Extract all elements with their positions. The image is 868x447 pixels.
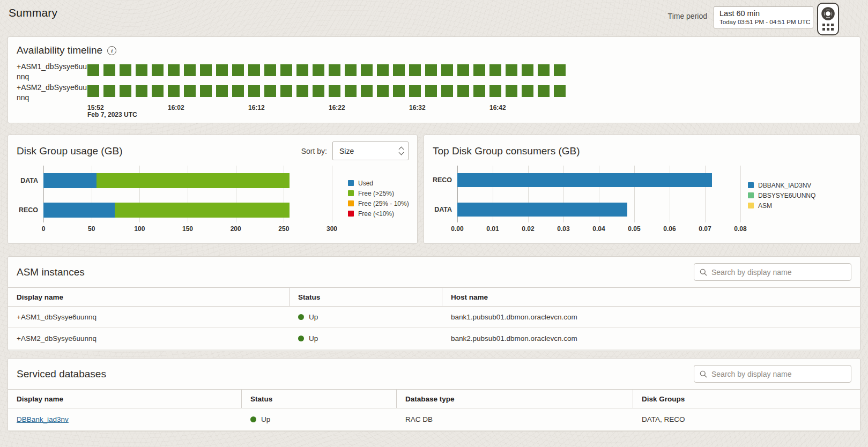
search-icon	[700, 370, 707, 378]
disk-usage-plot	[43, 166, 332, 222]
legend-label: DBBANK_IAD3NV	[758, 182, 811, 189]
axis-tick-label: 150	[182, 225, 193, 233]
app-launcher-dots-icon[interactable]	[822, 24, 834, 31]
availability-up-cell	[184, 64, 196, 76]
availability-timeline-panel: Availability timeline i +ASM1_dbSysye6uu…	[8, 36, 860, 123]
availability-up-cell	[200, 85, 212, 97]
disk-usage-x-axis: 050100150200250300	[43, 225, 332, 235]
gridline	[332, 166, 332, 222]
sort-by-value: Size	[339, 147, 399, 155]
info-icon[interactable]: i	[107, 46, 116, 55]
category-label: DATA	[20, 173, 38, 188]
timeline-row-label: +ASM1_dbSysye6uunnq	[17, 62, 87, 82]
legend-item: Free (>25%)	[348, 190, 409, 197]
gridline	[740, 166, 741, 222]
availability-up-cell	[136, 85, 147, 97]
free-25-swatch	[348, 190, 354, 196]
table-cell: +ASM2_dbSysye6uunnq	[8, 328, 290, 349]
column-header-host-name: Host name	[442, 288, 860, 307]
axis-tick-label: 0.03	[557, 225, 569, 233]
top-consumers-legend: DBBANK_IAD3NVDBSYSYE6UUNNQASM	[748, 182, 815, 235]
sort-by-select[interactable]: Size	[332, 141, 409, 160]
asm-instances-title: ASM instances	[17, 266, 85, 278]
availability-up-cell	[409, 64, 421, 76]
time-period-value: Last 60 min	[719, 9, 807, 18]
status-up-dot	[298, 314, 304, 320]
bar-data	[457, 203, 627, 217]
free-10-swatch	[348, 211, 354, 217]
table-cell: bank1.pubsub01.dbmon.oraclevcn.com	[442, 307, 860, 327]
category-label: RECO	[433, 173, 452, 187]
display-name-link[interactable]: DBBank_iad3nv	[17, 415, 69, 423]
column-header-database-type: Database type	[397, 390, 633, 408]
sort-by-label: Sort by:	[301, 147, 327, 155]
availability-up-cell	[200, 64, 212, 76]
legend-item: Free (25% - 10%)	[348, 200, 409, 207]
bar-segment-dbbank-iad3nv	[457, 203, 627, 217]
disk-usage-title: Disk Group usage (GB)	[17, 145, 122, 157]
charts-row: Disk Group usage (GB) Sort by: Size DATA…	[8, 135, 860, 244]
axis-tick-label: 200	[231, 225, 241, 233]
legend-label: DBSYSYE6UUNNQ	[758, 192, 815, 199]
availability-up-cell	[280, 64, 292, 76]
availability-up-cell	[329, 64, 340, 76]
axis-tick-label: 50	[88, 225, 95, 233]
availability-up-cell	[425, 85, 437, 97]
availability-up-cell	[280, 85, 292, 97]
asm-search-input[interactable]	[711, 268, 845, 277]
availability-up-cell	[361, 85, 373, 97]
time-period-detail: Today 03:51 PM - 04:51 PM UTC	[719, 18, 807, 26]
availability-up-cell	[506, 85, 517, 97]
availability-up-cell	[345, 85, 357, 97]
table-cell: Up	[290, 307, 442, 327]
availability-up-cell	[506, 64, 517, 76]
availability-up-cell	[554, 64, 566, 76]
search-icon	[700, 269, 707, 276]
availability-up-cell	[103, 85, 115, 97]
availability-up-cell	[313, 85, 324, 97]
availability-up-cell	[441, 85, 453, 97]
life-ring-icon	[821, 6, 835, 21]
availability-up-cell	[473, 85, 485, 97]
table-header: Display nameStatusHost name	[8, 288, 860, 307]
grid-dots-icon	[822, 24, 834, 31]
legend-label: Free (>25%)	[358, 190, 394, 197]
status-up-dot	[298, 336, 304, 341]
availability-up-cell	[232, 64, 244, 76]
table-cell: +ASM1_dbSysye6uunnq	[8, 307, 290, 327]
axis-tick-label: 0.08	[734, 225, 746, 233]
top-consumers-title: Top Disk Group consumers (GB)	[433, 145, 580, 157]
axis-tick-label: 0.05	[628, 225, 640, 233]
dbsysye6uunnq-swatch	[748, 192, 754, 198]
availability-up-cell	[313, 64, 324, 76]
axis-tick: 15:52Feb 7, 2023 UTC	[87, 105, 137, 118]
axis-tick-label: 16:12	[248, 105, 265, 111]
availability-up-cell	[264, 85, 276, 97]
category-label: RECO	[19, 203, 38, 218]
availability-title: Availability timeline	[17, 44, 102, 56]
availability-up-cell	[425, 64, 437, 76]
column-header-status: Status	[242, 390, 397, 408]
page-header: Summary Time period Last 60 min Today 03…	[0, 0, 868, 29]
availability-up-cell	[168, 64, 180, 76]
legend-label: Free (<10%)	[358, 210, 394, 218]
bar-data	[43, 173, 290, 188]
asm-swatch	[748, 203, 754, 208]
availability-up-cell	[296, 85, 308, 97]
sdb-search-input[interactable]	[711, 370, 845, 378]
availability-up-cell	[232, 85, 244, 97]
bar-reco	[43, 203, 290, 218]
serviced-databases-table: Display nameStatusDatabase typeDisk Grou…	[8, 389, 860, 431]
status-text: Up	[309, 313, 318, 321]
availability-up-cell	[473, 64, 485, 76]
availability-up-cell	[216, 64, 228, 76]
table-row: +ASM1_dbSysye6uunnqUpbank1.pubsub01.dbmo…	[8, 307, 860, 328]
axis-tick-label: 0.04	[592, 225, 605, 233]
table-cell: Up	[290, 328, 442, 349]
help-life-ring-icon[interactable]	[821, 6, 835, 21]
used-swatch	[348, 180, 354, 186]
table-cell: bank2.pubsub01.dbmon.oraclevcn.com	[442, 328, 860, 349]
availability-up-cell	[538, 64, 550, 76]
time-period-select[interactable]: Last 60 min Today 03:51 PM - 04:51 PM UT…	[714, 6, 813, 28]
asm-instances-table: Display nameStatusHost name +ASM1_dbSysy…	[8, 287, 860, 349]
